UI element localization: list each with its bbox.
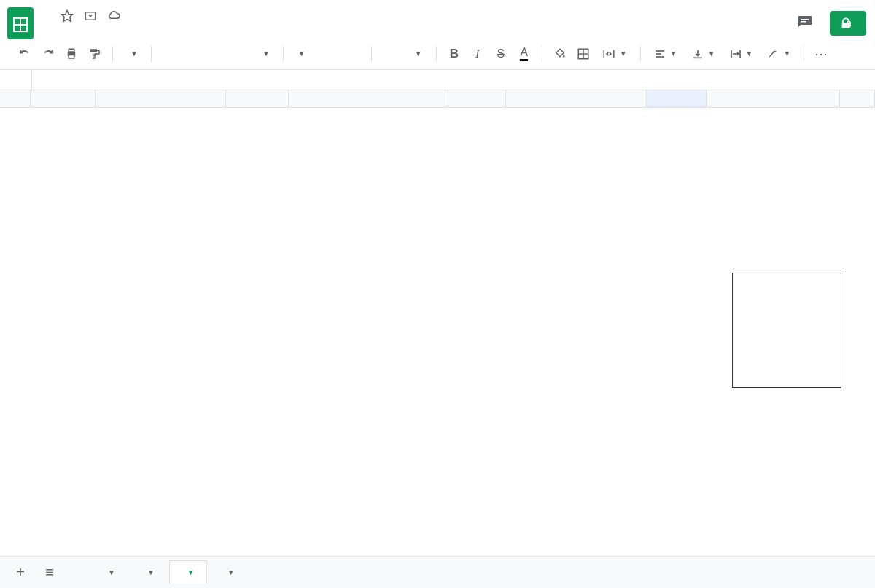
col-E[interactable] bbox=[448, 90, 506, 107]
decrease-decimal-button[interactable] bbox=[206, 44, 226, 64]
wrap-button[interactable]: ▼ bbox=[724, 48, 759, 60]
italic-button[interactable]: I bbox=[467, 44, 488, 64]
formula-bar bbox=[0, 70, 875, 90]
menu-bar bbox=[42, 28, 792, 34]
notes-box[interactable] bbox=[732, 273, 841, 388]
number-format-select[interactable]: ▼ bbox=[252, 50, 276, 58]
column-headers bbox=[0, 90, 875, 108]
zoom-select[interactable]: ▼ bbox=[120, 50, 144, 58]
comments-icon[interactable] bbox=[792, 10, 818, 36]
select-all-corner[interactable] bbox=[0, 90, 31, 107]
spreadsheet-grid[interactable] bbox=[0, 90, 875, 550]
sheet-tab-week-template[interactable]: ▼ bbox=[210, 561, 246, 584]
col-H[interactable] bbox=[707, 90, 840, 107]
menu-file[interactable] bbox=[42, 28, 54, 34]
move-icon[interactable] bbox=[83, 9, 98, 23]
col-A[interactable] bbox=[31, 90, 95, 107]
star-icon[interactable] bbox=[60, 9, 74, 23]
svg-rect-3 bbox=[801, 21, 806, 23]
bold-button[interactable]: B bbox=[444, 44, 464, 64]
rotate-button[interactable]: ▼ bbox=[761, 48, 796, 60]
svg-rect-6 bbox=[69, 49, 74, 52]
sheet-tab-bar: + ≡ ▼ ▼ ▼ ▼ bbox=[0, 556, 875, 588]
currency-button[interactable] bbox=[159, 44, 179, 64]
halign-button[interactable]: ▼ bbox=[648, 48, 683, 60]
font-size-arrow[interactable]: ▼ bbox=[408, 44, 429, 64]
col-I[interactable] bbox=[840, 90, 875, 107]
menu-data[interactable] bbox=[108, 28, 120, 34]
sheet-tab-status[interactable]: ▼ bbox=[130, 561, 166, 584]
menu-help[interactable] bbox=[147, 28, 159, 34]
sheet-tab-goals[interactable]: ▼ bbox=[90, 561, 127, 584]
share-button[interactable] bbox=[830, 11, 866, 36]
col-F[interactable] bbox=[506, 90, 646, 107]
paint-format-icon[interactable] bbox=[85, 44, 105, 64]
undo-icon[interactable] bbox=[15, 44, 35, 64]
svg-rect-4 bbox=[842, 23, 850, 28]
svg-marker-0 bbox=[62, 11, 73, 22]
toolbar: ▼ ▼ ▼ ▼ B I S A ▼ ▼ ▼ ▼ ▼ ⋯ bbox=[0, 38, 875, 70]
col-B[interactable] bbox=[96, 90, 226, 107]
sheets-logo[interactable] bbox=[6, 9, 35, 38]
fx-label bbox=[0, 70, 32, 90]
merge-button[interactable]: ▼ bbox=[596, 47, 633, 60]
formula-input[interactable] bbox=[32, 70, 875, 90]
document-title[interactable] bbox=[42, 15, 51, 17]
add-sheet-button[interactable]: + bbox=[7, 560, 34, 586]
menu-format[interactable] bbox=[95, 28, 106, 34]
print-icon[interactable] bbox=[61, 44, 82, 64]
col-G[interactable] bbox=[647, 90, 707, 107]
svg-rect-2 bbox=[801, 19, 809, 20]
strikethrough-button[interactable]: S bbox=[491, 44, 511, 64]
increase-decimal-button[interactable] bbox=[229, 44, 249, 64]
cloud-icon[interactable] bbox=[106, 9, 121, 23]
text-color-button[interactable]: A bbox=[514, 44, 534, 64]
more-icon[interactable]: ⋯ bbox=[812, 44, 832, 64]
menu-addons[interactable] bbox=[134, 28, 146, 34]
sheet-tab-week-planner[interactable]: ▼ bbox=[169, 560, 207, 584]
svg-rect-7 bbox=[69, 55, 74, 58]
font-select[interactable]: ▼ bbox=[291, 47, 364, 60]
menu-edit[interactable] bbox=[55, 28, 67, 34]
valign-button[interactable]: ▼ bbox=[686, 48, 721, 60]
percent-button[interactable] bbox=[182, 44, 203, 64]
fill-color-button[interactable] bbox=[550, 44, 570, 64]
borders-button[interactable] bbox=[573, 44, 594, 64]
col-D[interactable] bbox=[289, 90, 448, 107]
app-header bbox=[0, 0, 875, 38]
menu-tools[interactable] bbox=[121, 28, 133, 34]
svg-rect-8 bbox=[90, 49, 97, 52]
menu-view[interactable] bbox=[69, 28, 80, 34]
col-C[interactable] bbox=[226, 90, 289, 107]
menu-insert[interactable] bbox=[82, 28, 93, 34]
svg-point-9 bbox=[563, 55, 565, 57]
all-sheets-button[interactable]: ≡ bbox=[36, 560, 63, 586]
redo-icon[interactable] bbox=[38, 44, 58, 64]
